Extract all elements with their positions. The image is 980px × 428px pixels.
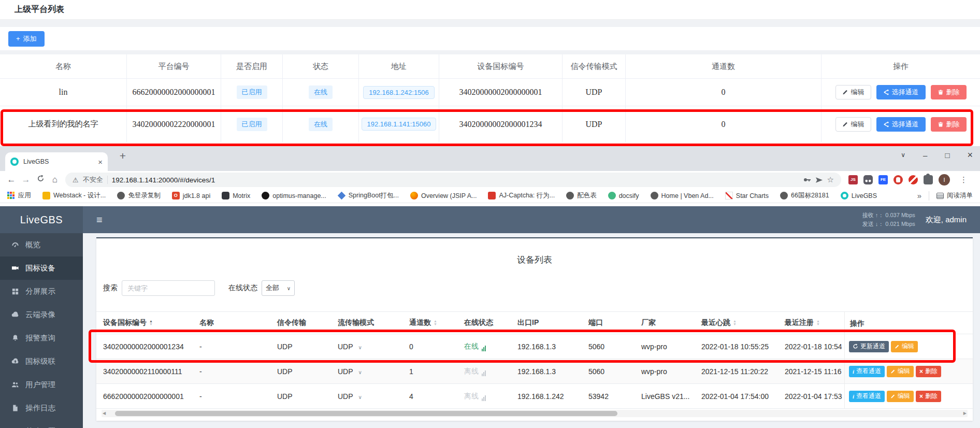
chevron-down-icon[interactable]: ∨ [358, 345, 362, 350]
blocker-extension-icon[interactable] [909, 175, 918, 184]
address-bar[interactable]: ⚠ 不安全 192.168.1.141:20000/#/devices/1 ☆ [65, 173, 841, 187]
new-tab-button[interactable]: + [116, 150, 129, 162]
bookmark-starcharts[interactable]: Star Charts [725, 192, 769, 199]
chevron-down-icon[interactable]: ∨ [358, 369, 362, 375]
js-extension-icon[interactable]: JS [848, 175, 858, 184]
delete-button[interactable]: ×删除 [916, 366, 941, 377]
profile-avatar[interactable]: I [939, 174, 950, 186]
bookmark-webstack[interactable]: Webstack - 设计... [42, 191, 106, 200]
scroll-left-icon[interactable]: ◀ [103, 410, 106, 417]
bookmark-ajcaptcha[interactable]: AJ-Captcha: 行为... [488, 191, 555, 200]
home-button[interactable]: ⌂ [48, 175, 62, 185]
close-button[interactable]: × [967, 150, 973, 161]
chevron-down-icon[interactable]: ∨ [358, 394, 362, 400]
online-status-select[interactable]: 全部 ∨ [262, 280, 295, 296]
incognito-extension-icon[interactable] [863, 175, 873, 184]
bandwidth-chart-icon [482, 370, 486, 376]
extensions-area: JS FE I ⋮ [844, 174, 976, 186]
col-header-registered[interactable]: 最近注册▲▼ [785, 318, 848, 327]
back-button[interactable]: ← [4, 175, 19, 185]
reading-list-button[interactable]: 阅读清单 [936, 191, 973, 200]
bandwidth-chart-icon[interactable] [482, 346, 486, 351]
hamburger-menu-icon[interactable]: ≡ [83, 214, 103, 226]
bookmark-jdk[interactable]: Ojdk1.8 api [172, 192, 211, 199]
bookmark-springboot[interactable]: SpringBoot打包... [338, 191, 399, 200]
webstack-icon [42, 192, 50, 199]
plus-icon: + [16, 35, 20, 42]
bookmarks-overflow-icon[interactable]: » [917, 191, 921, 200]
divider [107, 176, 108, 184]
address-badge[interactable]: 192.168.1.242:1506 [363, 86, 435, 99]
browser-tab[interactable]: LiveGBS × [5, 152, 108, 171]
bookmark-docsify[interactable]: docsify [608, 192, 639, 199]
sidebar-item-logs[interactable]: 操作日志 [0, 396, 83, 420]
select-channel-button[interactable]: 选择通道 [876, 117, 926, 132]
col-header-platform-id: 平台编号 [127, 54, 221, 78]
edit-button[interactable]: 编辑 [891, 341, 918, 352]
col-header-vendor: 厂家 [641, 318, 701, 327]
bookmark-apps[interactable]: 应用 [7, 191, 31, 200]
edit-button[interactable]: 编辑 [887, 366, 914, 377]
scrollbar-thumb[interactable] [115, 411, 617, 416]
bookmark-overview[interactable]: Overview (JSIP A... [410, 192, 477, 199]
bell-icon [11, 334, 19, 342]
bookmark-livegbs[interactable]: LiveGBS [841, 192, 877, 199]
cell-gb-id: 34020000002110000111 [103, 367, 199, 376]
col-header-heartbeat[interactable]: 最近心跳▲▼ [701, 318, 785, 327]
reload-button[interactable] [33, 175, 48, 185]
scroll-right-icon[interactable]: ▶ [963, 410, 967, 417]
bookmark-vben[interactable]: Home | Vben Ad... [651, 192, 714, 199]
view-channels-button[interactable]: i查看通道 [849, 366, 885, 377]
cell-port: 5060 [588, 343, 641, 351]
adblock-hand-icon[interactable] [893, 175, 903, 184]
sidebar-item-overview[interactable]: 概览 [0, 233, 83, 256]
sidebar-item-split-screen[interactable]: 分屏展示 [0, 280, 83, 303]
bookmark-gb28181[interactable]: 66国标28181 [780, 191, 829, 200]
sidebar-item-users[interactable]: 用户管理 [0, 373, 83, 396]
bookmark-colors[interactable]: 配色表 [566, 191, 597, 200]
extensions-puzzle-icon[interactable] [924, 175, 933, 184]
horizontal-scrollbar: ◀ ▶ [102, 410, 968, 417]
delete-button[interactable]: 删除 [931, 117, 967, 132]
minimize-button[interactable]: – [923, 151, 927, 160]
search-input[interactable] [122, 280, 215, 296]
col-header-channels[interactable]: 通道数▲▼ [409, 318, 464, 327]
send-to-device-icon[interactable] [815, 176, 823, 184]
edit-button[interactable]: 编辑 [835, 85, 871, 99]
sort-icon: ▲▼ [149, 320, 153, 326]
col-header-mode: 信令传输模式 [563, 54, 626, 78]
security-warning-icon[interactable]: ⚠ [73, 176, 79, 184]
password-key-icon[interactable] [803, 176, 811, 184]
col-header-gb-id[interactable]: 设备国标编号▲▼ [103, 318, 199, 327]
col-header-address: 地址 [359, 54, 439, 78]
sidebar-item-cloud-record[interactable]: 云端录像 [0, 303, 83, 326]
sidebar-item-settings[interactable]: 基础配置 [0, 420, 83, 428]
view-channels-button[interactable]: i查看通道 [849, 391, 885, 402]
sidebar-item-alarms[interactable]: 报警查询 [0, 326, 83, 350]
bookmark-copy[interactable]: 免登录复制 [117, 191, 161, 200]
row-operations: i查看通道 编辑 ×删除 [845, 359, 973, 384]
url-text[interactable]: 192.168.1.141:20000/#/devices/1 [112, 176, 215, 184]
fe-extension-icon[interactable]: FE [878, 175, 888, 184]
maximize-button[interactable]: □ [945, 151, 949, 160]
tab-search-chevron-icon[interactable]: ∨ [901, 151, 905, 159]
edit-button[interactable]: 编辑 [887, 391, 914, 402]
bookmark-star-icon[interactable]: ☆ [827, 175, 834, 184]
browser-menu-icon[interactable]: ⋮ [956, 175, 972, 184]
update-channels-button[interactable]: 更新通道 [849, 341, 889, 352]
forward-button[interactable]: → [19, 175, 33, 185]
edit-button[interactable]: 编辑 [835, 117, 871, 132]
tab-close-icon[interactable]: × [98, 158, 103, 166]
sidebar-item-cascade[interactable]: 国标级联 [0, 350, 83, 373]
security-label: 不安全 [83, 175, 103, 184]
sidebar: LiveGBS 概览 国标设备 分屏展示 云端录像 [0, 206, 83, 428]
delete-button[interactable]: ×删除 [916, 391, 941, 402]
sidebar-item-gb-devices[interactable]: 国标设备 [0, 256, 83, 280]
select-channel-button[interactable]: 选择通道 [876, 85, 926, 99]
add-button[interactable]: + 添加 [8, 31, 45, 47]
delete-button[interactable]: 删除 [931, 85, 967, 99]
bookmark-optimus[interactable]: optimus-manage... [262, 192, 326, 199]
app-topbar: ≡ 接收 ↑： 0.037 Mbps 发送 ↓： 0.021 Mbps 欢迎, … [83, 206, 980, 233]
address-badge[interactable]: 192.168.1.141:15060 [362, 118, 437, 131]
bookmark-motrix[interactable]: Motrix [222, 192, 250, 199]
